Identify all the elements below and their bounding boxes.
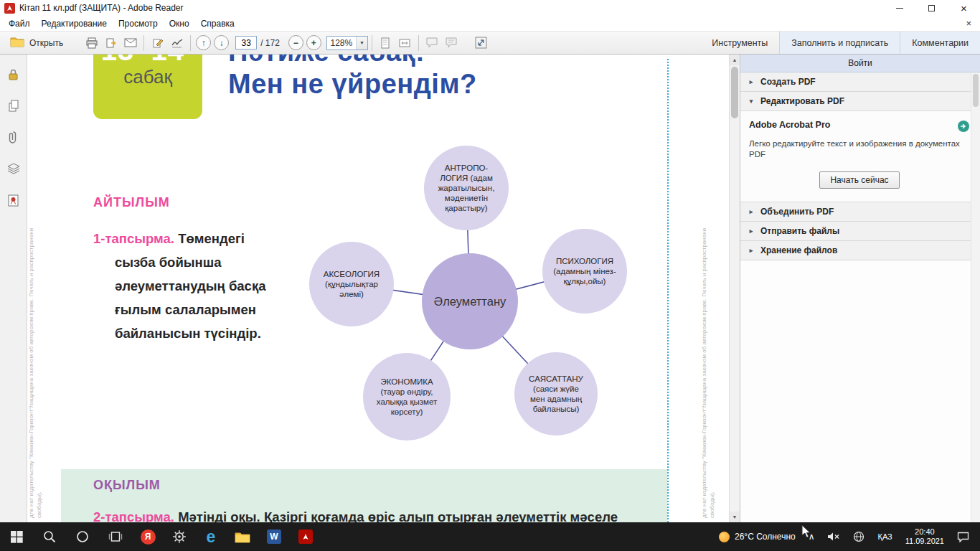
diagram-node-anthropology: АНТРОПО- ЛОГИЯ (адам жаратылысын, мәдени…: [424, 146, 509, 230]
window-controls: ×: [883, 0, 980, 16]
page-thumbnails-icon[interactable]: [6, 98, 22, 113]
share-file-button[interactable]: [101, 34, 121, 52]
menu-file[interactable]: Файл: [3, 17, 36, 31]
clock-date: 11.09.2021: [905, 537, 944, 546]
page-number-input[interactable]: [235, 36, 257, 50]
fit-width-button[interactable]: [395, 34, 415, 52]
open-button[interactable]: Открыть: [6, 34, 70, 52]
yandex-browser-icon: Я: [141, 529, 156, 545]
weather-label: 26°C Солнечно: [735, 532, 796, 542]
globe-network-icon: [853, 531, 864, 542]
clock[interactable]: 20:40 11.09.2021: [899, 522, 951, 551]
attachments-paperclip-icon[interactable]: [6, 129, 22, 145]
zoom-in-button[interactable]: +: [306, 35, 321, 50]
start-button[interactable]: [0, 522, 33, 551]
annotations-button[interactable]: [442, 34, 461, 52]
scroll-down-button[interactable]: ▼: [730, 512, 740, 522]
open-button-label: Открыть: [29, 38, 63, 48]
edge-browser-icon: e: [207, 529, 216, 545]
clock-time: 20:40: [915, 527, 935, 537]
taskbar-adobe-reader[interactable]: [290, 522, 321, 551]
volume-muted-button[interactable]: [821, 522, 847, 551]
single-page-view-button[interactable]: [376, 34, 395, 52]
titlebar: Кітап 11 кл.pdf (ЗАЩИТА) - Adobe Reader …: [0, 0, 980, 16]
toolbar-separator: [143, 35, 144, 51]
copyright-note-left-2: свободы).: [36, 491, 42, 518]
panel-section-create-pdf[interactable]: ▸ Создать PDF: [740, 72, 980, 92]
task1-line4: байланысын түсіндір.: [115, 321, 316, 345]
taskbar-yandex-browser[interactable]: Я: [132, 522, 164, 551]
page-title-line2: Мен не үйрендім?: [228, 68, 477, 100]
taskbar-settings[interactable]: [164, 522, 195, 551]
file-explorer-folder-icon: [235, 531, 250, 543]
scroll-up-button[interactable]: ▲: [730, 55, 740, 65]
minimize-button[interactable]: [883, 0, 915, 16]
lesson-number-box: 13–14- сабақ: [93, 55, 202, 119]
next-page-button[interactable]: ↓: [214, 35, 229, 50]
standards-icon[interactable]: [6, 192, 22, 208]
diagram-node-politology: САЯСАТТАНУ (саяси жүйе мен адамның байла…: [514, 352, 598, 435]
weather-widget[interactable]: 26°C Солнечно: [712, 522, 802, 551]
task2-body: Мәтінді оқы. Қазіргі қоғамда өріс алып о…: [178, 509, 618, 522]
menu-window[interactable]: Окно: [164, 17, 195, 31]
caret-right-icon: ▸: [748, 78, 755, 85]
action-center-button[interactable]: [951, 522, 976, 551]
panel-empty-area: [740, 260, 980, 522]
pdf-page: дле нат издательству "Көкжиек-Горизонт"/…: [27, 55, 729, 522]
security-lock-icon[interactable]: [6, 66, 22, 82]
language-indicator[interactable]: ҚАЗ: [871, 522, 898, 551]
navigation-rail: [0, 55, 27, 522]
email-button[interactable]: [121, 34, 140, 52]
panel-section-send-files[interactable]: ▸ Отправить файлы: [740, 222, 980, 241]
menu-help[interactable]: Справка: [195, 17, 240, 31]
menu-view[interactable]: Просмотр: [113, 17, 164, 31]
previous-page-button[interactable]: ↑: [196, 35, 211, 50]
windows-logo-icon: [11, 531, 23, 543]
close-button[interactable]: ×: [948, 0, 980, 16]
lesson-word: сабақ: [93, 66, 202, 88]
print-button[interactable]: [82, 34, 101, 52]
taskbar-search-button[interactable]: [33, 522, 66, 551]
taskbar-word[interactable]: W: [258, 522, 290, 551]
taskbar-edge[interactable]: e: [195, 522, 227, 551]
zoom-level-select[interactable]: 128% ▼: [326, 36, 368, 50]
sign-in-button[interactable]: Войти: [740, 55, 980, 72]
panel-scrollbar-thumb[interactable]: [973, 74, 979, 107]
caret-right-icon: ▸: [748, 208, 755, 215]
edit-document-button[interactable]: [148, 34, 167, 52]
signature-button[interactable]: [167, 34, 187, 52]
maximize-button[interactable]: [915, 0, 948, 16]
task-view-icon: [108, 531, 123, 542]
scrollbar-thumb[interactable]: [731, 67, 738, 118]
adobe-reader-logo-icon: [4, 3, 15, 14]
task1-line0: Төмендегі: [178, 231, 245, 246]
zoom-out-button[interactable]: −: [288, 35, 303, 50]
menu-edit[interactable]: Редактирование: [36, 17, 113, 31]
start-now-button[interactable]: Начать сейчас: [819, 171, 899, 189]
document-scrollbar[interactable]: ▲ ▼: [729, 55, 740, 522]
section-heading-reading: ОҚЫЛЫМ: [93, 478, 161, 493]
task-view-button[interactable]: [99, 522, 132, 551]
panel-section-file-storage[interactable]: ▸ Хранение файлов: [740, 241, 980, 260]
close-document-button[interactable]: ×: [966, 18, 971, 29]
mouse-cursor: [801, 524, 813, 542]
zoom-dropdown-icon[interactable]: ▼: [356, 37, 367, 50]
network-button[interactable]: [847, 522, 871, 551]
tab-tools[interactable]: Инструменты: [700, 32, 779, 54]
tab-comments[interactable]: Комментарии: [900, 32, 980, 54]
cortana-icon: [76, 530, 89, 543]
panel-section-edit-pdf[interactable]: ▾ Редактировать PDF: [740, 92, 980, 111]
panel-section-combine-pdf[interactable]: ▸ Объединить PDF: [740, 202, 980, 222]
diagram-node-economics: ЭКОНОМИКА (тауар өндіру, халыққа қызмет …: [363, 353, 451, 441]
tab-fill-sign[interactable]: Заполнить и подписать: [779, 32, 900, 54]
taskbar-file-explorer[interactable]: [227, 522, 258, 551]
fullscreen-button[interactable]: [471, 34, 491, 52]
toolbar-separator: [418, 35, 419, 51]
cortana-button[interactable]: [66, 522, 99, 551]
comment-bubble-button[interactable]: [423, 34, 442, 52]
toolbar-separator: [372, 35, 372, 51]
section-heading-speaking: АЙТЫЛЫМ: [93, 195, 170, 210]
layers-icon[interactable]: [6, 161, 22, 176]
copyright-note-right: дле нат издательству "Көкжиек-Горизонт"/…: [701, 228, 707, 518]
panel-scrollbar[interactable]: [971, 72, 980, 522]
